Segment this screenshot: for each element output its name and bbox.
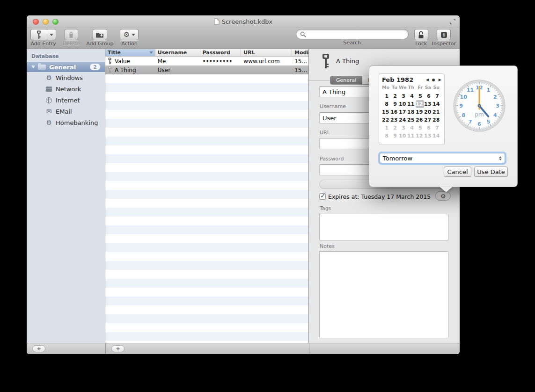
calendar-day[interactable]: 1 — [382, 92, 390, 100]
calendar-day[interactable]: 5 — [416, 92, 424, 100]
minimize-button[interactable] — [43, 19, 49, 25]
calendar-today-icon[interactable]: ● — [432, 78, 435, 82]
disclosure-triangle-icon[interactable] — [31, 65, 35, 68]
calendar-day[interactable]: 28 — [432, 116, 441, 124]
calendar-day[interactable]: 1 — [382, 124, 390, 132]
calendar-day[interactable]: 22 — [382, 116, 390, 124]
column-header-username[interactable]: Username — [155, 49, 200, 56]
calendar-day[interactable]: 13 — [424, 100, 432, 108]
calendar-day[interactable]: 14 — [432, 132, 441, 140]
tab-general[interactable]: General — [330, 76, 362, 84]
calendar-day[interactable]: 11 — [407, 100, 416, 108]
zoom-button[interactable] — [52, 19, 59, 25]
column-header-url[interactable]: URL — [241, 49, 292, 56]
calendar-day[interactable]: 23 — [390, 116, 399, 124]
calendar-day[interactable]: 8 — [382, 100, 390, 108]
envelope-icon: ✉ — [45, 108, 53, 115]
lock-button[interactable] — [414, 29, 428, 40]
calendar-weekday-header: Su — [432, 85, 441, 91]
close-button[interactable] — [33, 19, 39, 25]
delete-group: Delete — [63, 29, 80, 47]
calendar-day[interactable]: 18 — [407, 108, 416, 116]
sidebar-item-homebanking[interactable]: ⚙ Homebanking — [27, 117, 105, 128]
calendar-day[interactable]: 10 — [399, 132, 407, 140]
sidebar-item-network[interactable]: Network — [27, 83, 105, 94]
calendar-day[interactable]: 15 — [382, 108, 390, 116]
gear-icon: ⚙ — [45, 74, 53, 81]
gear-icon: ⚙ — [440, 193, 446, 200]
calendar-prev-icon[interactable]: ◀ — [426, 78, 429, 82]
gear-icon: ⚙ — [45, 119, 53, 126]
add-entry-footer-button[interactable]: + — [111, 345, 125, 352]
title-bar[interactable]: Screenshot.kdbx — [27, 15, 460, 28]
calendar-day[interactable]: 12 — [416, 132, 424, 140]
calendar-day[interactable]: 25 — [407, 116, 416, 124]
sort-descending-icon — [149, 51, 153, 54]
svg-text:10: 10 — [460, 94, 468, 100]
add-entry-button[interactable] — [30, 29, 56, 40]
add-entry-group: Add Entry — [30, 29, 56, 47]
use-date-button[interactable]: Use Date — [474, 167, 508, 177]
calendar-day[interactable]: 6 — [424, 92, 432, 100]
calendar-day[interactable]: 19 — [416, 108, 424, 116]
calendar-day[interactable]: 8 — [382, 132, 390, 140]
date-preset-select[interactable]: Tomorrow — [380, 153, 505, 163]
calendar-day[interactable]: 2 — [390, 124, 399, 132]
action-button[interactable]: ⚙ — [120, 29, 139, 40]
calendar-day[interactable]: 9 — [390, 100, 399, 108]
calendar-day[interactable]: 26 — [416, 116, 424, 124]
calendar-day[interactable]: 6 — [424, 124, 432, 132]
inspector-button[interactable]: i — [437, 29, 451, 40]
calendar-day[interactable]: 5 — [416, 124, 424, 132]
key-icon — [108, 66, 112, 73]
calendar-day-selected[interactable]: 12 — [416, 100, 424, 108]
calendar-day[interactable]: 21 — [432, 108, 441, 116]
table-row[interactable]: Value Me ••••••••• www.url.com 15… — [105, 57, 308, 65]
search-input[interactable] — [296, 29, 409, 39]
calendar-day[interactable]: 10 — [399, 100, 407, 108]
add-entry-dropdown-arrow[interactable] — [47, 29, 56, 40]
sidebar-item-windows[interactable]: ⚙ Windows — [27, 72, 105, 83]
column-header-modified[interactable]: Modi… — [292, 49, 308, 56]
key-icon[interactable] — [30, 29, 47, 40]
calendar-next-icon[interactable]: ▶ — [439, 78, 441, 82]
bottom-bar-separator — [105, 343, 106, 354]
sidebar-group-general[interactable]: General 2 — [27, 62, 105, 72]
calendar-day[interactable]: 7 — [432, 92, 441, 100]
document-icon — [214, 18, 220, 25]
table-row[interactable]: A Thing User 15… — [105, 65, 308, 74]
calendar-day[interactable]: 24 — [399, 116, 407, 124]
calendar-day[interactable]: 2 — [390, 92, 399, 100]
calendar-day[interactable]: 3 — [399, 124, 407, 132]
tags-field[interactable] — [319, 214, 448, 240]
calendar-day[interactable]: 27 — [424, 116, 432, 124]
calendar-day[interactable]: 14 — [432, 100, 441, 108]
calendar-day[interactable]: 20 — [424, 108, 432, 116]
calendar-day[interactable]: 9 — [390, 132, 399, 140]
notes-field[interactable] — [319, 251, 448, 338]
column-header-title[interactable]: Title — [105, 49, 155, 56]
column-header-password[interactable]: Password — [200, 49, 242, 56]
calendar-day[interactable]: 7 — [432, 124, 441, 132]
group-count-badge: 2 — [90, 64, 100, 70]
sidebar-item-email[interactable]: ✉ EMail — [27, 106, 105, 117]
calendar-day[interactable]: 11 — [407, 132, 416, 140]
add-group-button[interactable] — [93, 29, 107, 40]
calendar-day[interactable]: 4 — [407, 124, 416, 132]
info-icon: i — [440, 31, 447, 38]
gear-icon: ⚙ — [124, 31, 130, 38]
calendar-day[interactable]: 13 — [424, 132, 432, 140]
fullscreen-icon[interactable] — [449, 18, 456, 25]
analog-clock: 121234567891011 pm — [453, 79, 506, 132]
calendar-day[interactable]: 17 — [399, 108, 407, 116]
add-group-footer-button[interactable]: + — [32, 345, 45, 352]
delete-button[interactable] — [65, 29, 78, 40]
calendar-day[interactable]: 4 — [407, 92, 416, 100]
calendar-day[interactable]: 16 — [390, 108, 399, 116]
group-label: General — [49, 64, 76, 71]
calendar-day[interactable]: 3 — [399, 92, 407, 100]
expires-checkbox[interactable]: ✓ — [319, 193, 326, 200]
sidebar-item-internet[interactable]: Internet — [27, 94, 105, 106]
expires-date-picker-button[interactable]: ⚙ — [435, 191, 451, 201]
cancel-button[interactable]: Cancel — [444, 167, 471, 177]
